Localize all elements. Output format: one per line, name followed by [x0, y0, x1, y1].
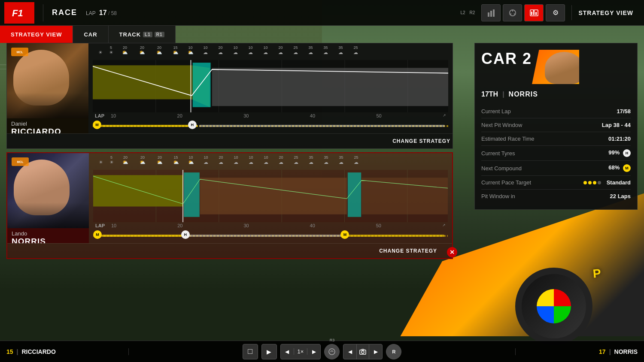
speed-display: 1× [294, 348, 308, 355]
tab-track-shortcut: L1 [143, 32, 152, 37]
lap-total: 58 [111, 10, 117, 16]
weather-item-1: 5 ☀ [106, 45, 116, 55]
stat-next-pit: Next Pit Window Lap 38 - 44 [481, 118, 631, 132]
position-number: 17TH [481, 90, 498, 98]
top-bar-right: L2 R2 ⚙ STRATEGY VIEW [460, 4, 638, 21]
ricciardo-change-strategy-row: CHANGE STRATEGY [7, 133, 453, 148]
lap-20-n: 20 [177, 223, 182, 228]
weather-item-9: 10 ☁ [228, 45, 243, 55]
stat-pace-target: Current Pace Target Standard [481, 176, 631, 190]
norris-info: Lando NORRIS ★ 80 [7, 228, 89, 243]
norris-tyre-m1: M [93, 230, 102, 239]
nav-bar-chart[interactable] [481, 4, 501, 21]
prev-btn[interactable]: ◀ [281, 344, 294, 359]
r-circle-btn[interactable]: R [386, 344, 401, 359]
replay-left-btn[interactable]: ◀ [343, 344, 356, 359]
close-norris-panel-btn[interactable]: ✕ [447, 247, 457, 257]
norris-tyre-h: H [181, 230, 190, 239]
lap-end-n: ↗ [442, 223, 446, 228]
weather-item-10: 10 ☁ [243, 45, 258, 55]
pace-target-value: Standard [580, 179, 631, 186]
next-tyre-indicator-m: M [623, 164, 631, 172]
norris-change-strategy-btn[interactable]: CHANGE STRATEGY [379, 248, 437, 254]
strategy-view-label: STRATEGY VIEW [578, 9, 633, 16]
svg-rect-11 [533, 10, 535, 15]
norris-chart-svg [93, 170, 448, 222]
next-btn[interactable]: ▶ [307, 344, 320, 359]
bottom-driver-right: 17 | NORRIS [515, 348, 644, 355]
camera-btn[interactable] [356, 344, 369, 359]
norris-seg-1 [102, 235, 187, 237]
weather-item-11: 10 ☁ [258, 45, 273, 55]
r3-label: R3 [330, 338, 335, 342]
norris-weather-15: 35 ☁ [319, 155, 334, 165]
weather-item-12: 20 ☁ [273, 45, 288, 55]
ricciardo-change-strategy-btn[interactable]: CHANGE STRATEGY [392, 138, 450, 144]
ricciardo-photo-section: MCL Daniel RICCIARDO ★ 76 [7, 43, 88, 133]
right-driver-pos: 17 [599, 348, 606, 355]
ricciardo-firstname: Daniel [11, 121, 84, 127]
norris-weather-2: 20 ⛅ [117, 155, 134, 165]
nav-steering[interactable] [503, 4, 522, 21]
driver-name-right: NORRIS [509, 90, 538, 98]
weather-item-5: 15 ⛅ [168, 45, 183, 55]
lap-10-r: 10 [111, 113, 116, 118]
driver-panel-norris: MCL Lando NORRIS ★ 80 - ☀ [6, 152, 453, 259]
pace-target-label: Current Pace Target [481, 179, 531, 186]
pace-dot-2 [588, 181, 592, 184]
r3-btn[interactable] [324, 344, 340, 359]
norris-weather-10: 10 ☁ [243, 155, 258, 165]
weather-item-17: 25 ☁ [348, 45, 363, 55]
car-info-panel: CAR 2 17TH | NORRIS Current Lap 17/58 Ne… [474, 43, 638, 210]
driver-panel-ricciardo: MCL Daniel RICCIARDO ★ 76 - ☀ [6, 43, 453, 149]
norris-firstname: Lando [12, 230, 85, 237]
l2-label: L2 [460, 10, 465, 15]
svg-point-36 [329, 349, 335, 355]
norris-weather-row: - ☀ 5 ☀ 20 ⛅ 20 ⛅ [93, 155, 448, 168]
current-tyres-label: Current Tyres [481, 150, 515, 157]
ricciardo-lap-axis: LAP 10 20 30 40 50 ↗ [93, 113, 448, 118]
car-number-title: CAR 2 [481, 50, 532, 68]
ricciardo-tyre-timeline: M H [93, 119, 448, 131]
lap-30-n: 30 [243, 223, 249, 228]
square-btn[interactable]: □ [243, 344, 258, 359]
norris-weather-17: 25 ☁ [349, 155, 364, 165]
svg-rect-21 [193, 63, 211, 107]
weather-item-7: 10 ☁ [198, 45, 213, 55]
left-separator: | [17, 348, 18, 355]
nav-strategy-graph[interactable] [524, 4, 544, 21]
tab-bar: STRATEGY VIEW CAR TRACK L1 R1 [0, 26, 176, 43]
next-compound-label: Next Compound [481, 165, 522, 172]
race-label: RACE [52, 8, 77, 17]
nav-gear[interactable]: ⚙ [546, 4, 565, 21]
norris-weather-5: 15 ⛅ [168, 155, 183, 165]
weather-item-14: 35 ☁ [303, 45, 318, 55]
weather-sun-icon: - ☀ [95, 45, 106, 55]
svg-rect-2 [488, 12, 489, 17]
tab-strategy[interactable]: STRATEGY VIEW [0, 26, 73, 43]
l2-label-group: L2 [460, 10, 465, 15]
play-btn[interactable]: ▶ [261, 344, 277, 359]
stat-est-time: Estimated Race Time 01:21:20 [481, 132, 631, 146]
weather-item-4: 20 ⛅ [151, 45, 168, 55]
norris-photo: MCL [7, 153, 89, 228]
norris-weather-13: 25 ☁ [289, 155, 304, 165]
replay-right-btn[interactable]: ▶ [369, 344, 382, 359]
current-lap-label: Current Lap [481, 108, 511, 115]
norris-weather-7: 10 ☁ [198, 155, 213, 165]
lap-axis-label-n: LAP [95, 223, 105, 228]
stat-pit-window: Pit Window in 22 Laps [481, 190, 631, 203]
tab-track[interactable]: TRACK L1 R1 [109, 26, 176, 43]
r3-group: R3 [324, 344, 340, 359]
driver-position-info: 17TH | NORRIS [481, 90, 631, 98]
pit-window-label: Pit Window in [481, 193, 515, 199]
tab-car[interactable]: CAR [73, 26, 108, 43]
pace-dot-1 [583, 181, 587, 184]
ricciardo-photo: MCL [7, 43, 88, 118]
next-pit-value: Lap 38 - 44 [602, 122, 631, 128]
current-tyre-indicator-h: H [623, 149, 631, 157]
norris-photo-section: MCL Lando NORRIS ★ 80 [7, 153, 89, 243]
lap-label: LAP 17 / 58 [86, 9, 117, 17]
weather-item-3: 20 ⛅ [134, 45, 151, 55]
driver-photo-silhouette [545, 52, 579, 84]
